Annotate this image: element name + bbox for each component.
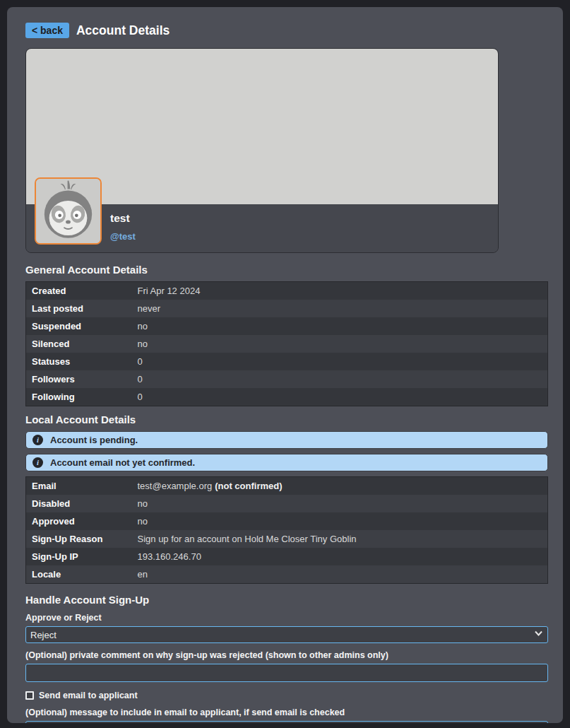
row-value: no bbox=[132, 317, 548, 335]
page-title: Account Details bbox=[76, 23, 170, 38]
row-value: Sign up for an account on Hold Me Closer… bbox=[132, 530, 548, 548]
general-account-table: Created Fri Apr 12 2024 Last posted neve… bbox=[25, 281, 548, 406]
header: < back Account Details bbox=[25, 23, 545, 38]
row-value: no bbox=[132, 335, 548, 353]
sloth-mascot-icon bbox=[36, 179, 100, 243]
profile-card: test @test bbox=[25, 48, 499, 253]
table-row: Suspended no bbox=[26, 317, 548, 335]
row-key: Created bbox=[26, 282, 132, 300]
local-account-table: Email test@example.org(not confirmed) Di… bbox=[25, 476, 548, 584]
row-key: Last posted bbox=[26, 300, 132, 317]
info-icon: i bbox=[32, 457, 43, 468]
table-row: Created Fri Apr 12 2024 bbox=[26, 282, 548, 300]
account-details-panel: < back Account Details test @test bbox=[7, 7, 563, 723]
approve-reject-select[interactable]: Reject bbox=[25, 626, 548, 643]
row-key: Disabled bbox=[26, 495, 132, 512]
back-button[interactable]: < back bbox=[25, 23, 69, 38]
table-row: Sign-Up IP 193.160.246.70 bbox=[26, 548, 548, 565]
row-key: Suspended bbox=[26, 317, 132, 335]
send-email-row: Send email to applicant bbox=[25, 691, 545, 700]
row-key: Sign-Up Reason bbox=[26, 530, 132, 548]
approve-reject-label: Approve or Reject bbox=[25, 613, 545, 623]
account-handle-link[interactable]: @test bbox=[110, 231, 136, 242]
not-confirmed-flag: (not confirmed) bbox=[215, 481, 282, 491]
table-row: Email test@example.org(not confirmed) bbox=[26, 477, 548, 495]
row-key: Approved bbox=[26, 512, 132, 530]
table-row: Last posted never bbox=[26, 300, 548, 317]
row-value: 0 bbox=[132, 370, 548, 388]
info-icon: i bbox=[32, 435, 43, 445]
row-value: 0 bbox=[132, 353, 548, 370]
row-value: Fri Apr 12 2024 bbox=[132, 282, 548, 300]
email-unconfirmed-notice: i Account email not yet confirmed. bbox=[25, 454, 548, 471]
row-value: 193.160.246.70 bbox=[132, 548, 548, 565]
row-value: 0 bbox=[132, 388, 548, 406]
general-section-heading: General Account Details bbox=[25, 264, 545, 276]
row-value: no bbox=[132, 495, 548, 512]
approve-reject-select-wrap: Reject bbox=[25, 626, 548, 643]
row-value: no bbox=[132, 512, 548, 530]
row-key: Locale bbox=[26, 565, 132, 584]
table-row: Locale en bbox=[26, 565, 548, 584]
email-message-label: (Optional) message to include in email t… bbox=[25, 708, 545, 717]
row-key: Followers bbox=[26, 370, 132, 388]
row-key: Following bbox=[26, 388, 132, 406]
row-key: Email bbox=[26, 477, 132, 495]
email-message-input[interactable] bbox=[25, 721, 548, 723]
row-value: test@example.org(not confirmed) bbox=[132, 477, 548, 495]
table-row: Followers 0 bbox=[26, 370, 548, 388]
row-key: Statuses bbox=[26, 353, 132, 370]
table-row: Following 0 bbox=[26, 388, 548, 406]
table-row: Sign-Up Reason Sign up for an account on… bbox=[26, 530, 548, 548]
private-comment-label: (Optional) private comment on why sign-u… bbox=[25, 650, 545, 660]
local-section-heading: Local Account Details bbox=[25, 413, 545, 425]
row-key: Silenced bbox=[26, 335, 132, 353]
row-key: Sign-Up IP bbox=[26, 548, 132, 565]
table-row: Disabled no bbox=[26, 495, 548, 512]
signup-section-heading: Handle Account Sign-Up bbox=[25, 594, 545, 606]
send-email-checkbox[interactable] bbox=[25, 691, 34, 700]
table-row: Statuses 0 bbox=[26, 353, 548, 370]
row-value: en bbox=[132, 565, 548, 584]
notice-text: Account email not yet confirmed. bbox=[50, 457, 195, 468]
avatar bbox=[35, 177, 102, 245]
row-value: never bbox=[132, 300, 548, 317]
pending-notice: i Account is pending. bbox=[25, 431, 548, 449]
table-row: Approved no bbox=[26, 512, 548, 530]
table-row: Silenced no bbox=[26, 335, 548, 353]
notice-text: Account is pending. bbox=[50, 435, 138, 445]
send-email-label: Send email to applicant bbox=[39, 691, 138, 700]
display-name: test bbox=[110, 212, 498, 225]
private-comment-input[interactable] bbox=[25, 664, 548, 682]
